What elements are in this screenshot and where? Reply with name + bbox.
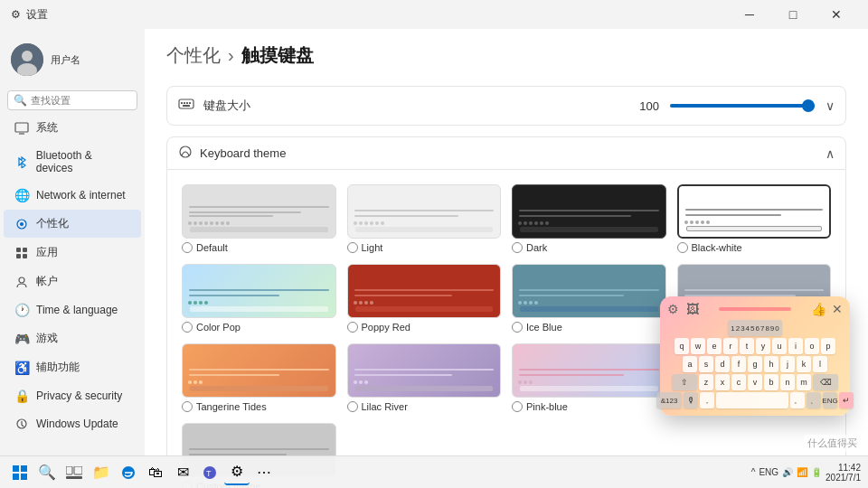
theme-preview-color-pop[interactable] <box>182 264 336 318</box>
kb-key-b[interactable]: b <box>764 374 778 390</box>
kb-key-t[interactable]: t <box>740 338 754 354</box>
keyboard-size-slider[interactable] <box>670 104 815 108</box>
taskbar-time: 11:42 <box>838 463 861 473</box>
kb-key-c[interactable]: c <box>731 374 746 390</box>
theme-item-lilac: Lilac River <box>347 343 502 412</box>
kb-key-u[interactable]: u <box>772 338 787 354</box>
kb-key-r[interactable]: r <box>723 338 738 354</box>
theme-preview-black-white[interactable] <box>677 184 832 239</box>
taskbar-eng[interactable]: ENG <box>759 467 778 477</box>
kb-key-d[interactable]: d <box>715 356 730 372</box>
content-area: 个性化 › 触摸键盘 键盘大小 100 ∨ Keyboard theme <box>145 29 868 488</box>
kb-key-comma[interactable]: ， <box>700 392 714 408</box>
taskbar-more-apps[interactable]: ⋯ <box>251 460 277 485</box>
kb-key-v[interactable]: v <box>748 374 762 390</box>
theme-preview-default[interactable] <box>182 184 336 239</box>
kb-key-w[interactable]: w <box>691 338 705 354</box>
kb-key-x[interactable]: x <box>715 374 730 390</box>
svg-rect-18 <box>183 105 190 107</box>
kb-key-backspace[interactable]: ⌫ <box>813 374 838 390</box>
kb-key-period[interactable]: 。 <box>790 392 805 408</box>
sidebar-item-personalization[interactable]: 个性化 <box>4 210 141 238</box>
kb-key-z[interactable]: z <box>699 374 713 390</box>
sidebar-item-windows-update[interactable]: Windows Update <box>4 410 141 437</box>
kb-key-i[interactable]: i <box>788 338 803 354</box>
start-button[interactable] <box>7 460 33 485</box>
kb-settings-icon[interactable]: ⚙ <box>667 302 679 316</box>
theme-preview-lilac[interactable] <box>347 343 502 398</box>
theme-radio-lilac[interactable] <box>347 401 358 412</box>
sidebar-search[interactable]: 🔍 <box>7 90 137 110</box>
theme-radio-tangerine[interactable] <box>182 401 193 412</box>
taskbar-edge-icon[interactable] <box>116 460 141 485</box>
sidebar-item-system[interactable]: 系统 <box>4 114 141 142</box>
theme-preview-pink-blue[interactable] <box>512 343 666 398</box>
sidebar-item-bluetooth[interactable]: Bluetooth & devices <box>4 143 141 181</box>
taskbar-mail-icon[interactable]: ✉ <box>170 460 195 485</box>
kb-key-eng[interactable]: ENG <box>823 392 837 408</box>
kb-key-h[interactable]: h <box>764 356 778 372</box>
kb-emoji-icon[interactable]: 🖼 <box>686 302 699 316</box>
theme-radio-default[interactable] <box>182 242 193 253</box>
kb-key-s[interactable]: s <box>699 356 713 372</box>
kb-key-enter[interactable]: ↵ <box>839 392 854 408</box>
kb-key-m[interactable]: m <box>797 374 811 390</box>
sidebar-item-gaming[interactable]: 🎮 游戏 <box>4 324 141 352</box>
search-taskbar-button[interactable]: 🔍 <box>34 460 60 485</box>
kb-key-e[interactable]: e <box>707 338 722 354</box>
minimize-button[interactable]: ─ <box>729 0 770 29</box>
breadcrumb-parent[interactable]: 个性化 <box>166 43 221 68</box>
sidebar-item-network[interactable]: 🌐 Network & internet <box>4 182 141 209</box>
kb-key-shift[interactable]: ⇧ <box>672 374 697 390</box>
sidebar-item-accessibility[interactable]: ♿ 辅助功能 <box>4 353 141 381</box>
sidebar-label-time: Time & language <box>36 304 118 316</box>
theme-preview-light[interactable] <box>347 184 502 239</box>
close-button[interactable]: ✕ <box>816 0 857 29</box>
task-view-button[interactable] <box>61 460 87 485</box>
taskbar-battery-icon[interactable]: 🔋 <box>811 467 822 477</box>
kb-key-g[interactable]: g <box>748 356 762 372</box>
sidebar-item-time[interactable]: 🕐 Time & language <box>4 296 141 324</box>
theme-radio-pink-blue[interactable] <box>512 401 523 412</box>
search-input[interactable] <box>31 95 131 106</box>
kb-key-l[interactable]: l <box>813 356 827 372</box>
kb-key-123[interactable]: &123 <box>656 392 682 408</box>
theme-radio-color-pop[interactable] <box>182 322 193 333</box>
kb-key-k[interactable]: k <box>797 356 811 372</box>
taskbar-caret[interactable]: ^ <box>751 467 756 477</box>
kb-key-space[interactable] <box>716 392 788 408</box>
kb-key-j[interactable]: j <box>780 356 795 372</box>
theme-preview-tangerine[interactable] <box>182 343 336 398</box>
theme-preview-poppy-red[interactable] <box>347 264 502 318</box>
sidebar-item-apps[interactable]: 应用 <box>4 239 141 267</box>
taskbar-teams-icon[interactable]: T <box>197 460 222 485</box>
kb-key-a[interactable]: a <box>683 356 697 372</box>
theme-collapse-button[interactable]: ∧ <box>826 146 835 161</box>
maximize-button[interactable]: □ <box>772 0 814 29</box>
kb-thumbs-up-icon[interactable]: 👍 <box>811 302 826 316</box>
taskbar-store-icon[interactable]: 🛍 <box>143 460 168 485</box>
kb-key-y[interactable]: y <box>756 338 770 354</box>
kb-key-n[interactable]: n <box>780 374 795 390</box>
kb-key-mic[interactable]: 🎙 <box>684 392 698 408</box>
theme-radio-poppy-red[interactable] <box>347 322 358 333</box>
taskbar-files-icon[interactable]: 📁 <box>89 460 114 485</box>
theme-preview-ice-blue[interactable] <box>512 264 666 318</box>
theme-radio-black-white[interactable] <box>677 242 688 253</box>
kb-key-o[interactable]: o <box>805 338 819 354</box>
sidebar-item-privacy[interactable]: 🔒 Privacy & security <box>4 382 141 409</box>
theme-radio-ice-blue[interactable] <box>512 322 523 333</box>
expand-button[interactable]: ∨ <box>826 99 835 113</box>
kb-key-pipe[interactable]: 、 <box>807 392 821 408</box>
kb-key-p[interactable]: p <box>821 338 835 354</box>
sidebar-item-accounts[interactable]: 帐户 <box>4 267 141 296</box>
theme-radio-dark[interactable] <box>512 242 523 253</box>
taskbar-network-icon[interactable]: 📶 <box>797 467 807 477</box>
theme-preview-dark[interactable] <box>512 184 666 239</box>
taskbar-volume-icon[interactable]: 🔊 <box>782 467 793 477</box>
taskbar-settings-active-icon[interactable]: ⚙ <box>224 460 250 485</box>
theme-radio-light[interactable] <box>347 242 358 253</box>
kb-key-q[interactable]: q <box>675 338 689 354</box>
kb-close-icon[interactable]: ✕ <box>832 302 843 316</box>
kb-key-f[interactable]: f <box>731 356 746 372</box>
